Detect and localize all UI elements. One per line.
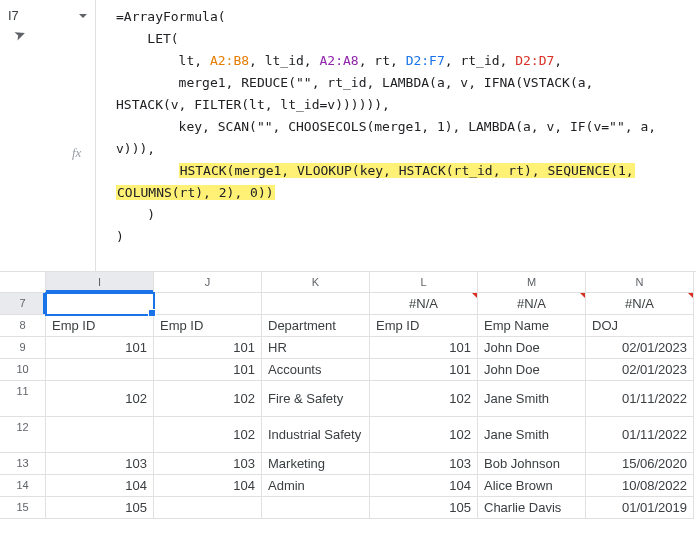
cell-J8[interactable]: Emp ID <box>154 315 262 337</box>
cell-I12[interactable] <box>46 417 154 453</box>
row-header-12[interactable]: 12 <box>0 417 46 453</box>
cell-K15[interactable] <box>262 497 370 519</box>
cell-I15[interactable]: 105 <box>46 497 154 519</box>
cell-I7[interactable] <box>46 293 154 315</box>
cell-L12[interactable]: 102 <box>370 417 478 453</box>
row-header-9[interactable]: 9 <box>0 337 46 359</box>
column-header-M[interactable]: M <box>478 272 586 293</box>
cell-K9[interactable]: HR <box>262 337 370 359</box>
cell-M7[interactable]: #N/A <box>478 293 586 315</box>
cell-M15[interactable]: Charlie Davis <box>478 497 586 519</box>
cell-K12[interactable]: Industrial Safety <box>262 417 370 453</box>
formula-line: ) <box>116 226 686 248</box>
cell-N14[interactable]: 10/08/2022 <box>586 475 694 497</box>
cell-N10[interactable]: 02/01/2023 <box>586 359 694 381</box>
cell-N13[interactable]: 15/06/2020 <box>586 453 694 475</box>
chevron-down-icon[interactable] <box>79 14 87 18</box>
cell-J7[interactable] <box>154 293 262 315</box>
formula-editor[interactable]: fx =ArrayFormula( LET( lt, A2:B8, lt_id,… <box>96 0 696 271</box>
cell-K8[interactable]: Department <box>262 315 370 337</box>
cell-I13[interactable]: 103 <box>46 453 154 475</box>
row-header-15[interactable]: 15 <box>0 497 46 519</box>
cell-J14[interactable]: 104 <box>154 475 262 497</box>
formula-line: LET( <box>116 28 686 50</box>
cell-I8[interactable]: Emp ID <box>46 315 154 337</box>
cell-N15[interactable]: 01/01/2019 <box>586 497 694 519</box>
cell-M9[interactable]: John Doe <box>478 337 586 359</box>
name-box[interactable]: I7 <box>8 6 87 25</box>
formula-line: ) <box>116 204 686 226</box>
formula-line: merge1, REDUCE("", rt_id, LAMBDA(a, v, I… <box>116 72 686 94</box>
formula-line: COLUMNS(rt), 2), 0)) <box>116 182 686 204</box>
name-box-column: I7 ➤ <box>0 0 95 271</box>
cell-J9[interactable]: 101 <box>154 337 262 359</box>
cell-J10[interactable]: 101 <box>154 359 262 381</box>
column-header-I[interactable]: I <box>46 272 154 293</box>
row-header-7[interactable]: 7 <box>0 293 46 315</box>
cell-N12[interactable]: 01/11/2022 <box>586 417 694 453</box>
cursor-icon: ➤ <box>12 24 29 43</box>
cell-L9[interactable]: 101 <box>370 337 478 359</box>
spreadsheet-grid[interactable]: IJKLMN7#N/A#N/A#N/A8Emp IDEmp IDDepartme… <box>0 272 696 519</box>
cell-L10[interactable]: 101 <box>370 359 478 381</box>
cell-K11[interactable]: Fire & Safety <box>262 381 370 417</box>
row-header-13[interactable]: 13 <box>0 453 46 475</box>
formula-line: HSTACK(merge1, VLOOKUP(key, HSTACK(rt_id… <box>116 160 686 182</box>
formula-line: =ArrayFormula( <box>116 6 686 28</box>
cell-N9[interactable]: 02/01/2023 <box>586 337 694 359</box>
fx-icon: fx <box>72 142 88 164</box>
cell-K10[interactable]: Accounts <box>262 359 370 381</box>
cell-N11[interactable]: 01/11/2022 <box>586 381 694 417</box>
cell-M13[interactable]: Bob Johnson <box>478 453 586 475</box>
column-header-L[interactable]: L <box>370 272 478 293</box>
cell-L7[interactable]: #N/A <box>370 293 478 315</box>
row-header-11[interactable]: 11 <box>0 381 46 417</box>
column-header-J[interactable]: J <box>154 272 262 293</box>
cell-I10[interactable] <box>46 359 154 381</box>
cell-I14[interactable]: 104 <box>46 475 154 497</box>
row-header-14[interactable]: 14 <box>0 475 46 497</box>
cell-M12[interactable]: Jane Smith <box>478 417 586 453</box>
cell-K13[interactable]: Marketing <box>262 453 370 475</box>
row-header-8[interactable]: 8 <box>0 315 46 337</box>
formula-line: v))), <box>116 138 686 160</box>
cell-J13[interactable]: 103 <box>154 453 262 475</box>
row-header-10[interactable]: 10 <box>0 359 46 381</box>
formula-line: key, SCAN("", CHOOSECOLS(merge1, 1), LAM… <box>116 116 686 138</box>
cell-L11[interactable]: 102 <box>370 381 478 417</box>
grid-corner[interactable] <box>0 272 46 293</box>
cell-J15[interactable] <box>154 497 262 519</box>
column-header-N[interactable]: N <box>586 272 694 293</box>
cell-M10[interactable]: John Doe <box>478 359 586 381</box>
formula-bar-area: I7 ➤ fx =ArrayFormula( LET( lt, A2:B8, l… <box>0 0 696 272</box>
cell-J12[interactable]: 102 <box>154 417 262 453</box>
cell-I9[interactable]: 101 <box>46 337 154 359</box>
cell-L13[interactable]: 103 <box>370 453 478 475</box>
cell-L15[interactable]: 105 <box>370 497 478 519</box>
cell-L8[interactable]: Emp ID <box>370 315 478 337</box>
formula-line: HSTACK(v, FILTER(lt, lt_id=v)))))), <box>116 94 686 116</box>
cell-N8[interactable]: DOJ <box>586 315 694 337</box>
name-box-value: I7 <box>8 8 19 23</box>
cell-K7[interactable] <box>262 293 370 315</box>
cell-M8[interactable]: Emp Name <box>478 315 586 337</box>
cell-K14[interactable]: Admin <box>262 475 370 497</box>
cell-J11[interactable]: 102 <box>154 381 262 417</box>
cell-I11[interactable]: 102 <box>46 381 154 417</box>
formula-line: lt, A2:B8, lt_id, A2:A8, rt, D2:F7, rt_i… <box>116 50 686 72</box>
cell-N7[interactable]: #N/A <box>586 293 694 315</box>
cell-M14[interactable]: Alice Brown <box>478 475 586 497</box>
column-header-K[interactable]: K <box>262 272 370 293</box>
cell-L14[interactable]: 104 <box>370 475 478 497</box>
cell-M11[interactable]: Jane Smith <box>478 381 586 417</box>
